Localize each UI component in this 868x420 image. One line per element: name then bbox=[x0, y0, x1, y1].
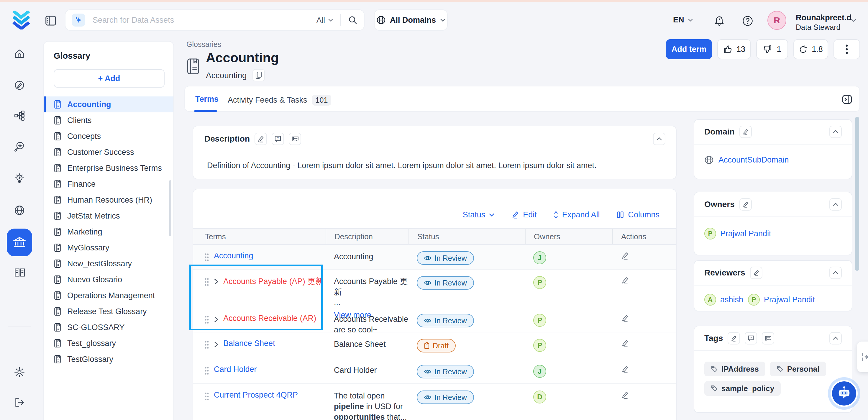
tags-suggestions-icon[interactable] bbox=[762, 332, 774, 344]
reviewers-edit-icon[interactable] bbox=[750, 267, 763, 279]
score-button[interactable]: 1.8 bbox=[794, 39, 828, 59]
notifications-bell-icon[interactable] bbox=[714, 16, 725, 27]
drag-handle-icon[interactable] bbox=[205, 392, 209, 400]
tags-collapse-icon[interactable] bbox=[829, 332, 842, 344]
copy-icon[interactable] bbox=[252, 69, 265, 82]
row-edit-icon[interactable] bbox=[621, 390, 676, 399]
breadcrumb[interactable]: Glossaries bbox=[186, 40, 221, 49]
user-avatar[interactable]: R bbox=[768, 11, 786, 30]
description-collapse-icon[interactable] bbox=[653, 133, 665, 145]
term-link[interactable]: Current Prospect 4QRP bbox=[214, 390, 298, 400]
drag-handle-icon[interactable] bbox=[205, 316, 209, 324]
glossary-item[interactable]: JetStat Metrics bbox=[44, 208, 174, 224]
expand-chevron-icon[interactable] bbox=[214, 278, 219, 285]
main-scrollbar[interactable] bbox=[855, 117, 859, 271]
expand-chevron-icon[interactable] bbox=[214, 341, 219, 348]
person[interactable]: Aashish bbox=[704, 294, 743, 305]
tags-comment-icon[interactable]: ? bbox=[745, 332, 757, 344]
row-edit-icon[interactable] bbox=[621, 339, 676, 348]
owners-edit-icon[interactable] bbox=[739, 198, 752, 211]
nav-discovery-icon[interactable] bbox=[14, 141, 25, 152]
nav-insights-icon[interactable] bbox=[14, 173, 25, 184]
drag-handle-icon[interactable] bbox=[205, 341, 209, 349]
term-link[interactable]: Accounting bbox=[214, 251, 253, 261]
description-suggestions-icon[interactable] bbox=[289, 133, 301, 145]
domain-edit-icon[interactable] bbox=[739, 126, 752, 138]
row-edit-icon[interactable] bbox=[621, 314, 676, 323]
nav-glossary-icon[interactable] bbox=[14, 268, 25, 278]
glossary-item[interactable]: Clients bbox=[44, 112, 174, 128]
glossary-item[interactable]: Release Test Glossary bbox=[44, 303, 174, 320]
glossary-scrollbar[interactable] bbox=[169, 180, 171, 236]
language-dropdown[interactable]: EN bbox=[673, 16, 693, 25]
tag-pill[interactable]: IPAddress bbox=[704, 362, 765, 376]
glossary-item[interactable]: Finance bbox=[44, 176, 174, 192]
tab-terms[interactable]: Terms bbox=[195, 95, 219, 104]
glossary-item[interactable]: Accounting bbox=[44, 96, 174, 112]
expand-all-button[interactable]: Expand All bbox=[553, 210, 600, 219]
glossary-item[interactable]: Customer Success bbox=[44, 144, 174, 160]
collapse-panel-icon[interactable] bbox=[840, 92, 854, 107]
glossary-item[interactable]: Test_glossary bbox=[44, 335, 174, 351]
term-link[interactable]: Card Holder bbox=[214, 365, 257, 374]
user-info[interactable]: Rounakpreet.d Data Steward bbox=[796, 13, 851, 32]
add-glossary-button[interactable]: + Add bbox=[54, 69, 164, 88]
glossary-item[interactable]: MyGlossary bbox=[44, 240, 174, 256]
drag-handle-icon[interactable] bbox=[205, 367, 209, 375]
glossary-item[interactable]: Human Resources (HR) bbox=[44, 192, 174, 208]
search-input[interactable]: Search for Data Assets bbox=[93, 16, 316, 25]
expand-chevron-icon[interactable] bbox=[214, 316, 219, 323]
table-row[interactable]: Card HolderCard HolderIn ReviewJ bbox=[193, 358, 676, 384]
nav-web-icon[interactable] bbox=[14, 205, 25, 216]
row-edit-icon[interactable] bbox=[621, 276, 676, 285]
table-row[interactable]: Balance SheetBalance SheetDraftP bbox=[193, 332, 676, 358]
glossary-item[interactable]: New_testGlossary bbox=[44, 256, 174, 272]
table-row[interactable]: Accounts Payable (AP) 更新Accounts Payable… bbox=[193, 270, 676, 307]
table-row[interactable]: Current Prospect 4QRPThe total open pipe… bbox=[193, 384, 676, 420]
person[interactable]: PPrajwal Pandit bbox=[748, 294, 815, 305]
description-comment-icon[interactable]: ? bbox=[272, 133, 284, 145]
reviewers-collapse-icon[interactable] bbox=[829, 267, 842, 279]
global-search[interactable]: Search for Data Assets All bbox=[65, 9, 365, 31]
person-name[interactable]: Prajwal Pandit bbox=[764, 295, 815, 304]
domain-collapse-icon[interactable] bbox=[829, 126, 842, 138]
user-menu-chevron-icon[interactable] bbox=[850, 18, 857, 22]
nav-governance-active[interactable] bbox=[7, 229, 32, 256]
side-drawer-handle[interactable] bbox=[857, 341, 868, 372]
term-link[interactable]: Balance Sheet bbox=[223, 339, 275, 348]
row-edit-icon[interactable] bbox=[621, 365, 676, 374]
nav-home-icon[interactable] bbox=[14, 49, 25, 59]
columns-button[interactable]: Columns bbox=[616, 210, 659, 219]
glossary-item[interactable]: Concepts bbox=[44, 128, 174, 144]
dislikes-button[interactable]: 1 bbox=[756, 39, 788, 59]
tags-edit-icon[interactable] bbox=[727, 332, 740, 344]
glossary-item[interactable]: TestGlossary bbox=[44, 351, 174, 367]
term-link[interactable]: Accounts Receivable (AR) bbox=[223, 314, 316, 323]
glossary-item[interactable]: Enterprise Business Terms bbox=[44, 160, 174, 176]
owners-collapse-icon[interactable] bbox=[829, 198, 842, 211]
search-icon[interactable] bbox=[348, 16, 358, 25]
sidebar-toggle-icon[interactable] bbox=[45, 15, 57, 27]
help-icon[interactable] bbox=[742, 16, 753, 27]
tag-pill[interactable]: Personal bbox=[770, 362, 826, 376]
app-logo[interactable] bbox=[12, 11, 31, 30]
nav-settings-icon[interactable] bbox=[14, 367, 25, 378]
glossary-item[interactable]: Operations Management bbox=[44, 288, 174, 303]
tag-pill[interactable]: sample_policy bbox=[704, 381, 781, 396]
glossary-item[interactable]: SC-GLOSSARY bbox=[44, 320, 174, 335]
drag-handle-icon[interactable] bbox=[205, 278, 209, 286]
glossary-item[interactable]: Marketing bbox=[44, 224, 174, 240]
row-edit-icon[interactable] bbox=[621, 251, 676, 260]
edit-button[interactable]: Edit bbox=[511, 210, 537, 219]
description-edit-icon[interactable] bbox=[254, 133, 267, 145]
nav-logout-icon[interactable] bbox=[14, 397, 25, 408]
tab-activity-feeds[interactable]: Activity Feeds & Tasks 101 bbox=[228, 95, 331, 106]
likes-button[interactable]: 13 bbox=[717, 39, 751, 59]
search-scope-dropdown[interactable]: All bbox=[316, 16, 333, 25]
status-filter-dropdown[interactable]: Status bbox=[463, 210, 495, 219]
table-row[interactable]: AccountingAccountingIn ReviewJ bbox=[193, 245, 676, 270]
term-link[interactable]: Accounts Payable (AP) 更新 bbox=[223, 276, 323, 287]
assistant-chat-button[interactable] bbox=[831, 380, 858, 407]
nav-lineage-icon[interactable] bbox=[14, 110, 25, 121]
more-actions-button[interactable] bbox=[834, 39, 860, 59]
